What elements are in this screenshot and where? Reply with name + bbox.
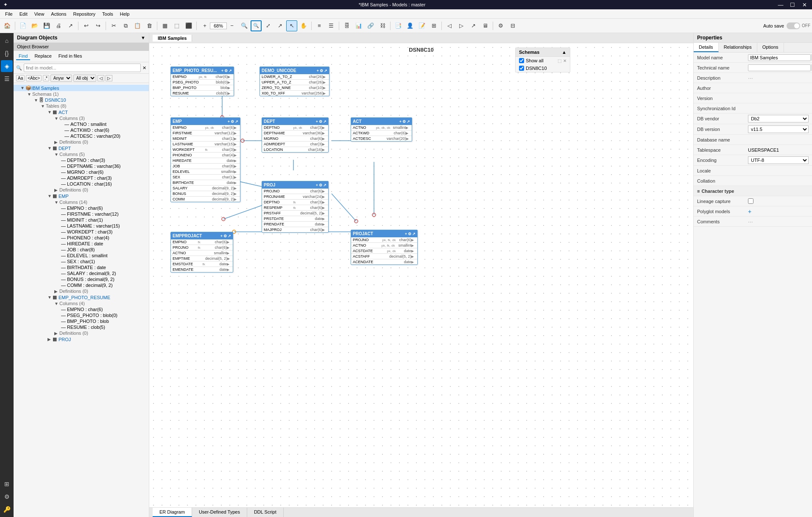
filter-prev-button[interactable]: ◁ — [98, 75, 104, 81]
cut-button[interactable]: ✂ — [108, 20, 119, 31]
erd-table-emp[interactable]: EMP +⚙↗ EMPNOpk, dkchar(6)▶ FIRSTNMEvarc… — [170, 117, 240, 202]
erd-table-emp-photo-icons[interactable]: +⚙↗ — [221, 69, 232, 73]
copy-button[interactable]: ⧉ — [120, 20, 131, 31]
tree-emp-photo-columns[interactable]: ▼Columns (4) — [14, 300, 149, 306]
script-button[interactable]: 📝 — [416, 20, 427, 31]
prop-db-vendor-select[interactable]: Db2 MySQL PostgreSQL — [748, 115, 809, 122]
prop-polyglot-add-button[interactable]: + — [748, 208, 751, 215]
tree-emp-firstnme[interactable]: —FIRSTNME : varchar(12) — [14, 211, 149, 217]
tree-dept-location[interactable]: — LOCATION : char(16) — [14, 181, 149, 187]
cursor-button[interactable]: ↖ — [286, 20, 297, 31]
tree-photo-pseg[interactable]: —PSEG_PHOTO : blob(0) — [14, 312, 149, 318]
tree-ibm-samples[interactable]: ▼ 📦 IBM Samples — [14, 85, 149, 91]
search-input[interactable] — [24, 64, 141, 72]
filter-aa[interactable]: Aa — [16, 75, 25, 81]
erd-table-dept[interactable]: DEPT +⚙↗ DEPTNOpk, dkchar(3)▶ DEPTNAMEva… — [262, 117, 329, 153]
tree-emp-hiredate[interactable]: —HIREDATE : date — [14, 241, 149, 247]
right-tab-relationships[interactable]: Relationships — [719, 43, 757, 52]
tree-emp-midinit[interactable]: —MIDINIT : char(1) — [14, 217, 149, 223]
zoom-in2-button[interactable]: 🔍 — [251, 20, 262, 31]
tree-photo-definitions[interactable]: ▶Definitions (0) — [14, 330, 149, 336]
tree-photo-bmp[interactable]: —BMP_PHOTO : blob — [14, 318, 149, 324]
tree-dept[interactable]: ▼ ▦ DEPT — [14, 145, 149, 151]
tree-act-columns[interactable]: ▼ Columns (3) — [14, 115, 149, 121]
find-tab[interactable]: Find — [16, 53, 30, 60]
dotted-button[interactable]: ⬛ — [183, 20, 194, 31]
prop-collation-input[interactable] — [748, 178, 809, 183]
erd-table-act[interactable]: ACT +⚙↗ ACTNOpk, dk, dksmallint▶ ACTKWDc… — [351, 117, 412, 142]
menu-actions[interactable]: Actions — [47, 11, 70, 17]
prop-lineage-capture-checkbox[interactable] — [748, 198, 753, 204]
align-button[interactable]: ≡ — [314, 20, 325, 31]
tree-act-actkwd[interactable]: — ACTKWD : char(6) — [14, 127, 149, 133]
prop-locale-input[interactable] — [748, 168, 809, 173]
find-in-files-tab[interactable]: Find in files — [56, 53, 85, 60]
tree-dept-admrdept[interactable]: — ADMRDEPT : char(3) — [14, 175, 149, 181]
forward-button[interactable]: ▷ — [456, 20, 467, 31]
menu-help[interactable]: Help — [117, 11, 133, 17]
tree-emp-photo-resume[interactable]: ▼ ▦ EMP_PHOTO_RESUME — [14, 294, 149, 300]
panel-header-dropdown[interactable]: ▼ — [141, 35, 145, 40]
settings-button[interactable]: ⚙ — [495, 20, 506, 31]
minimize-button[interactable]: — — [776, 2, 785, 8]
tree-tables[interactable]: ▼ Tables (8) — [14, 103, 149, 109]
hand-button[interactable]: ✋ — [298, 20, 309, 31]
tree-dsn8c10[interactable]: ▼ 🗄 DSN8C10 — [14, 97, 149, 103]
tree-act-actdesc[interactable]: — ACTDESC : varchar(20) — [14, 133, 149, 139]
menu-edit[interactable]: Edit — [16, 11, 31, 17]
export-button[interactable]: ↗ — [65, 20, 76, 31]
menu-repository[interactable]: Repository — [70, 11, 99, 17]
erd-table-empprojact-icons[interactable]: +⚙↗ — [220, 234, 231, 238]
erd-table-act-icons[interactable]: +⚙↗ — [399, 120, 410, 124]
link-button[interactable]: 🔗 — [365, 20, 376, 31]
home-button[interactable]: 🏠 — [2, 20, 13, 31]
tree-proj[interactable]: ▶ ▦ PROJ — [14, 336, 149, 342]
tree-emp[interactable]: ▼ ▦ EMP — [14, 193, 149, 199]
paste-button[interactable]: 📋 — [132, 20, 143, 31]
prop-encoding-select[interactable]: UTF-8 UTF-16 ASCII — [748, 156, 809, 164]
prop-author-input[interactable] — [748, 86, 809, 91]
list-button[interactable]: ☰ — [326, 20, 337, 31]
user-button[interactable]: 👤 — [405, 20, 416, 31]
close-button[interactable]: ✕ — [800, 2, 809, 8]
sidebar-home-icon[interactable]: ⌂ — [1, 35, 13, 47]
right-tab-details[interactable]: Details — [694, 43, 719, 52]
tree-schemas[interactable]: ▼ Schemas (1) — [14, 91, 149, 97]
prop-database-name-input[interactable] — [748, 137, 809, 142]
filter-regex[interactable]: .* — [43, 75, 49, 81]
open-button[interactable]: 📂 — [29, 20, 40, 31]
show-all-checkbox[interactable] — [519, 58, 524, 63]
tree-photo-empno[interactable]: —EMPNO : char(6) — [14, 306, 149, 312]
back-button[interactable]: ◁ — [444, 20, 455, 31]
zoom-out2-button[interactable]: 🔍 — [239, 20, 250, 31]
zoom-in-button[interactable]: + — [201, 20, 209, 31]
tree-emp-workdept[interactable]: —WORKDEPT : char(3) — [14, 229, 149, 235]
redo-button[interactable]: ↪ — [92, 20, 103, 31]
filter-all-objects[interactable]: All obj — [73, 75, 96, 82]
filter-anywhere[interactable]: Anyw — [50, 75, 72, 82]
undo-button[interactable]: ↩ — [81, 20, 92, 31]
bottom-tab-ddl[interactable]: DDL Script — [247, 508, 284, 517]
erd-table-proj[interactable]: PROJ +⚙↗ PROJNOchar(6)▶ PROJNAMEvarchar(… — [262, 181, 329, 233]
tree-photo-resume[interactable]: —RESUME : clob(5) — [14, 324, 149, 330]
tree-emp-bonus[interactable]: —BONUS : decimal(9, 2) — [14, 276, 149, 282]
sidebar-grid-icon[interactable]: ⊞ — [1, 478, 13, 490]
fit-button[interactable]: ⤢ — [262, 20, 273, 31]
delete-button[interactable]: 🗑 — [144, 20, 155, 31]
db-export-button[interactable]: 📊 — [353, 20, 364, 31]
report-button[interactable]: 📑 — [393, 20, 404, 31]
tree-emp-definitions[interactable]: ▶Definitions (0) — [14, 288, 149, 294]
erd-table-emp-icons[interactable]: +⚙↗ — [228, 120, 238, 124]
tree-emp-edlevel[interactable]: —EDLEVEL : smallint — [14, 253, 149, 258]
tree-emp-empno[interactable]: —EMPNO : char(6) — [14, 205, 149, 211]
maximize-button[interactable]: ☐ — [788, 2, 797, 8]
external-button[interactable]: ↗ — [468, 20, 479, 31]
diagonal-button[interactable]: ↗ — [274, 20, 285, 31]
print-button[interactable]: 🖨 — [53, 20, 64, 31]
prop-tablespace-input[interactable] — [748, 147, 809, 153]
titlebar-controls[interactable]: — ☐ ✕ — [776, 2, 809, 8]
chain-button[interactable]: ⛓ — [377, 20, 388, 31]
menu-file[interactable]: File — [2, 11, 16, 17]
tree-emp-birthdate[interactable]: —BIRTHDATE : date — [14, 264, 149, 270]
tree-act[interactable]: ▼ ▦ ACT — [14, 109, 149, 115]
